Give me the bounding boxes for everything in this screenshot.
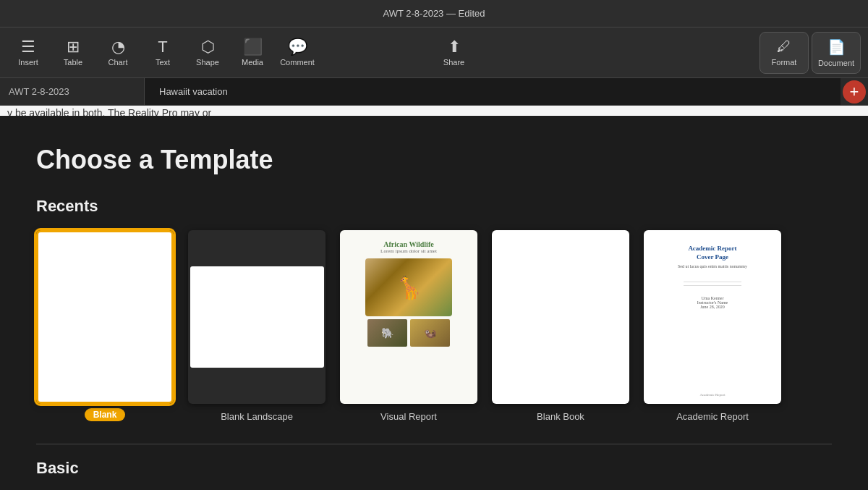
templates-grid: Blank Blank Landscape African Wildlife L… [36,230,832,422]
format-button[interactable]: 🖊 Format [760,32,809,74]
table-button[interactable]: ⊞ Table [52,32,94,74]
template-badge-blank: Blank [85,408,126,421]
template-thumb-landscape[interactable] [188,230,326,404]
vr-small-images: 🐘 🦦 [367,319,450,347]
toolbar-right: 🖊 Format 📄 Document [590,32,861,74]
shape-label: Shape [196,58,219,67]
toolbar-center: ⬆ Share [318,32,590,74]
share-icon: ⬆ [448,39,461,55]
tab-left-label: AWT 2-8-2023 [9,86,69,97]
template-thumb-blank-book[interactable] [492,230,629,404]
text-button[interactable]: T Text [142,32,184,74]
vr-subtitle: Lorem ipsum dolor sit amet [380,248,437,254]
ac-author: Uma KennerInstructor's NameJune 28, 2020 [697,296,728,309]
media-icon: ⬛ [243,39,263,55]
chart-icon: ◔ [111,39,125,55]
vr-elephant-img: 🐘 [367,319,407,347]
add-tab-button[interactable]: + [843,80,866,104]
template-item-blank[interactable]: Blank [36,230,174,422]
comment-icon: 💬 [288,39,307,55]
table-icon: ⊞ [67,39,80,55]
title-bar-text: AWT 2-8-2023 — Edited [383,8,485,19]
share-label: Share [443,58,464,67]
vr-title: African Wildlife [383,240,433,248]
template-name-visual-report: Visual Report [380,411,437,422]
shape-icon: ⬡ [201,39,215,55]
comment-label: Comment [280,58,315,67]
insert-button[interactable]: ☰ Insert [7,32,49,74]
academic-report-content: Academic ReportCover Page Sed ut lacus q… [644,230,781,404]
format-label: Format [772,58,797,67]
format-icon: 🖊 [777,38,791,55]
template-thumb-blank[interactable] [36,230,174,404]
vr-giraffe-img: 🦒 [365,258,452,316]
document-icon: 📄 [827,38,846,56]
ac-line-2 [684,285,741,286]
template-name-blank-book: Blank Book [537,411,584,422]
template-item-academic-report[interactable]: Academic ReportCover Page Sed ut lacus q… [644,230,781,422]
ac-subtitle: Sed ut lacus quis enim mattis nonummy [678,264,747,269]
toolbar-left: ☰ Insert ⊞ Table ◔ Chart T Text ⬡ Shape … [7,32,318,74]
template-name-academic-report: Academic Report [676,411,749,422]
section-divider [36,444,832,444]
ac-line-1 [684,282,741,282]
tab-main-label: Hawaiit vacation [159,86,228,97]
tab-main[interactable]: Hawaiit vacation [145,78,841,105]
template-name-landscape: Blank Landscape [221,411,293,422]
media-button[interactable]: ⬛ Media [231,32,273,74]
chart-button[interactable]: ◔ Chart [97,32,139,74]
title-bar: AWT 2-8-2023 — Edited [0,0,868,28]
tab-left[interactable]: AWT 2-8-2023 [0,78,145,105]
add-tab-icon: + [850,83,859,101]
text-label: Text [156,58,170,67]
visual-report-content: African Wildlife Lorem ipsum dolor sit a… [340,230,477,404]
template-item-visual-report[interactable]: African Wildlife Lorem ipsum dolor sit a… [340,230,477,422]
document-label: Document [818,59,854,67]
template-item-blank-book[interactable]: Blank Book [492,230,629,422]
shape-button[interactable]: ⬡ Shape [187,32,229,74]
document-button[interactable]: 📄 Document [812,32,861,74]
template-thumb-academic-report[interactable]: Academic ReportCover Page Sed ut lacus q… [644,230,781,404]
share-button[interactable]: ⬆ Share [429,32,480,74]
text-icon: T [158,39,167,55]
chart-label: Chart [109,58,128,67]
table-label: Table [64,58,82,67]
template-chooser: Choose a Template Recents Blank Blank La… [0,116,868,490]
ac-title: Academic ReportCover Page [688,245,736,261]
template-thumb-visual-report[interactable]: African Wildlife Lorem ipsum dolor sit a… [340,230,477,404]
template-heading: Choose a Template [36,145,832,175]
ac-footer: Academic Report [699,393,725,397]
recents-label: Recents [36,197,832,216]
toolbar: ☰ Insert ⊞ Table ◔ Chart T Text ⬡ Shape … [0,28,868,78]
media-label: Media [242,58,263,67]
basic-label: Basic [36,459,832,478]
insert-label: Insert [18,58,38,67]
vr-meerkat-img: 🦦 [410,319,450,347]
comment-button[interactable]: 💬 Comment [276,32,318,74]
template-item-landscape[interactable]: Blank Landscape [188,230,326,422]
insert-icon: ☰ [21,39,35,55]
tab-bar: AWT 2-8-2023 Hawaiit vacation + [0,78,868,106]
